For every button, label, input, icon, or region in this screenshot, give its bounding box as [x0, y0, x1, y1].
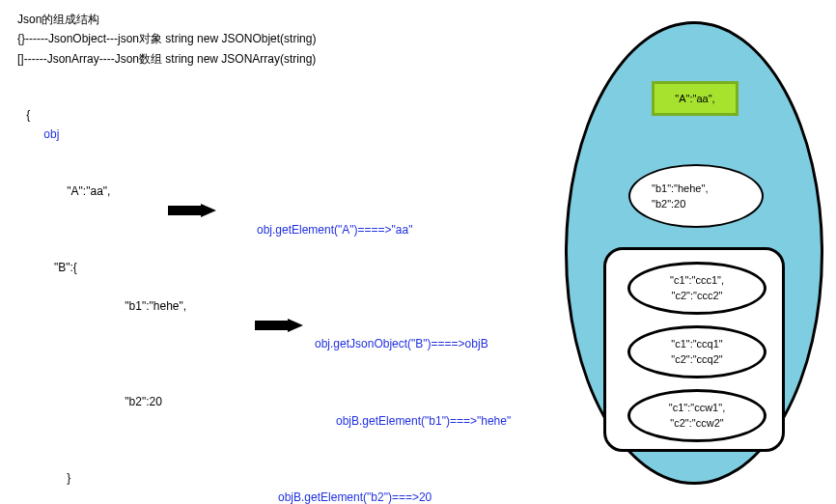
svg-marker-0 [168, 204, 216, 217]
b-ellipse: "b1":"hehe", "b2":20 [628, 164, 764, 228]
open-brace: { [26, 108, 30, 122]
note-a: obj.getElement("A")====>"aa" [257, 221, 412, 240]
c-item-1-l1: "c1":"ccc1", [670, 273, 724, 288]
note-b2: objB.getElement("b2")===>20 [278, 489, 432, 504]
c-item-1-l2: "c2":"ccc2" [672, 289, 723, 303]
c-array-box: "c1":"ccc1", "c2":"ccc2" "c1":"ccq1" "c2… [603, 247, 785, 452]
c-item-3: "c1":"ccw1", "c2":"ccw2" [627, 389, 766, 442]
obj-label: obj [43, 127, 59, 141]
c-item-1: "c1":"ccc1", "c2":"ccc2" [627, 262, 766, 315]
note-b1: objB.getElement("b1")===>"hehe" [336, 412, 511, 432]
note-b: obj.getJsonObject("B")====>objB [315, 335, 488, 354]
code-b2: "b2":20 [125, 395, 162, 408]
code-a: "A":"aa", [67, 184, 110, 198]
svg-marker-1 [255, 319, 303, 332]
c-item-3-l2: "c2":"ccw2" [670, 416, 723, 431]
close-b: } [67, 471, 70, 485]
arrow-icon [255, 280, 303, 294]
diagram: "A":"aa", "b1":"hehe", "b2":20 "c1":"ccc… [565, 21, 823, 494]
code-b-key: "B":{ [54, 261, 77, 274]
c-item-3-l1: "c1":"ccw1", [669, 401, 725, 415]
c-item-2-l2: "c2":"ccq2" [671, 352, 723, 367]
code-b1: "b1":"hehe", [125, 299, 186, 313]
b-ellipse-l2: "b2":20 [652, 196, 685, 212]
a-box: "A":"aa", [652, 81, 738, 116]
a-box-text: "A":"aa", [675, 93, 714, 104]
b-ellipse-l1: "b1":"hehe", [652, 181, 708, 197]
code-column: { obj "A":"aa", obj.getElement("A")====>… [14, 87, 564, 504]
arrow-icon [168, 165, 216, 179]
c-item-2: "c1":"ccq1" "c2":"ccq2" [627, 325, 766, 378]
c-item-2-l1: "c1":"ccq1" [671, 337, 723, 351]
